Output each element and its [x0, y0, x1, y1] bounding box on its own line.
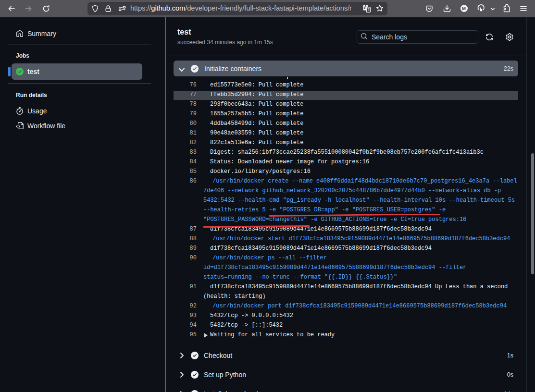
- svg-text:?: ?: [367, 7, 370, 12]
